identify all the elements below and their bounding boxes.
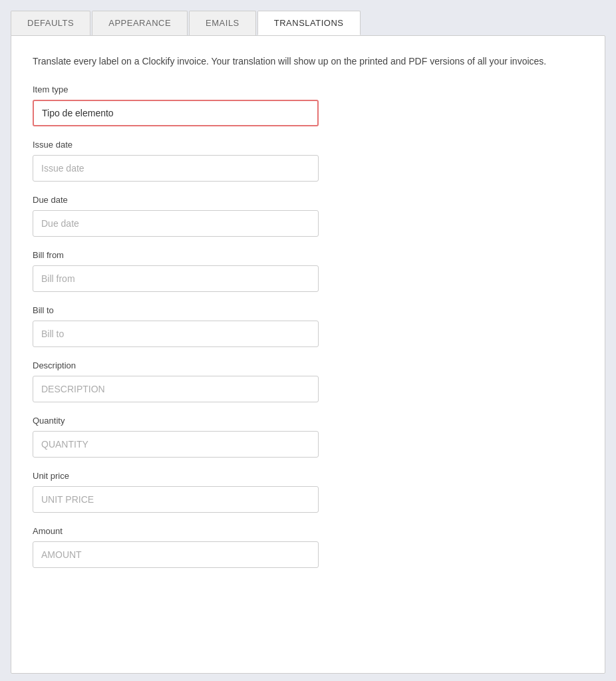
- description-text: Translate every label on a Clockify invo…: [33, 55, 583, 68]
- tab-translations[interactable]: TRANSLATIONS: [257, 11, 361, 35]
- tab-appearance[interactable]: APPEARANCE: [92, 11, 188, 35]
- input-unit-price[interactable]: [33, 486, 319, 513]
- tab-defaults[interactable]: DEFAULTS: [11, 11, 90, 35]
- input-bill-to[interactable]: [33, 321, 319, 347]
- field-group-item-type: Item type: [33, 84, 583, 126]
- label-issue-date: Issue date: [33, 140, 583, 150]
- label-quantity: Quantity: [33, 416, 583, 426]
- field-group-amount: Amount: [33, 526, 583, 568]
- input-issue-date[interactable]: [33, 155, 319, 182]
- input-bill-from[interactable]: [33, 265, 319, 292]
- field-group-due-date: Due date: [33, 195, 583, 237]
- label-unit-price: Unit price: [33, 471, 583, 481]
- input-item-type[interactable]: [33, 100, 319, 126]
- input-quantity[interactable]: [33, 431, 319, 458]
- field-group-bill-from: Bill from: [33, 250, 583, 292]
- label-amount: Amount: [33, 526, 583, 536]
- tabs-bar: DEFAULTS APPEARANCE EMAILS TRANSLATIONS: [0, 0, 616, 35]
- label-bill-to: Bill to: [33, 305, 583, 315]
- field-group-issue-date: Issue date: [33, 140, 583, 182]
- main-panel: Translate every label on a Clockify invo…: [11, 35, 605, 674]
- label-item-type: Item type: [33, 84, 583, 94]
- field-group-quantity: Quantity: [33, 416, 583, 458]
- field-group-bill-to: Bill to: [33, 305, 583, 347]
- tab-emails[interactable]: EMAILS: [189, 11, 256, 35]
- label-bill-from: Bill from: [33, 250, 583, 260]
- input-amount[interactable]: [33, 541, 319, 568]
- label-description: Description: [33, 360, 583, 370]
- field-group-unit-price: Unit price: [33, 471, 583, 513]
- field-group-description: Description: [33, 360, 583, 402]
- label-due-date: Due date: [33, 195, 583, 205]
- input-description[interactable]: [33, 376, 319, 402]
- input-due-date[interactable]: [33, 210, 319, 237]
